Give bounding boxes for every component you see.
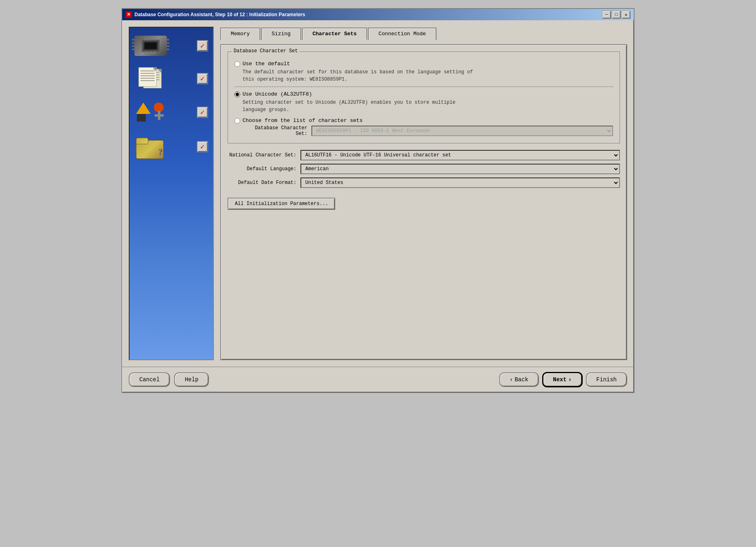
default-language-dropdown[interactable]: American xyxy=(300,164,620,174)
default-language-label: Default Language: xyxy=(228,166,296,172)
separator xyxy=(234,86,613,87)
step1-checkmark: ✓ xyxy=(197,40,208,51)
radio-use-default[interactable] xyxy=(234,61,240,67)
step-shapes: ✓ xyxy=(133,99,210,125)
help-button[interactable]: Help xyxy=(174,372,209,387)
next-arrow-icon: › xyxy=(568,376,571,383)
finish-button[interactable]: Finish xyxy=(586,372,627,387)
radio-default-description: The default character set for this datab… xyxy=(243,68,613,83)
national-charset-label: National Character Set: xyxy=(228,152,296,158)
folder-icon: ? xyxy=(134,135,167,159)
svg-rect-5 xyxy=(151,38,152,40)
radio-unicode-row: Use Unicode (AL32UTF8) xyxy=(234,91,613,97)
radio-choose-label[interactable]: Choose from the list of character sets xyxy=(243,118,362,124)
close-button[interactable]: ✕ xyxy=(622,11,630,19)
radio-unicode-description: Setting character set to Unicode (AL32UT… xyxy=(243,99,613,113)
title-bar-left: M Database Configuration Assistant, Step… xyxy=(126,11,305,18)
shapes-icon xyxy=(134,101,167,123)
next-button[interactable]: Next › xyxy=(542,372,583,387)
window-body: ✓ ✓ xyxy=(122,20,634,367)
radio-choose-row: Choose from the list of character sets xyxy=(234,118,613,124)
cancel-button[interactable]: Cancel xyxy=(129,372,170,387)
charset-field-label: Database Character Set: xyxy=(243,125,307,137)
tab-character-sets[interactable]: Character Sets xyxy=(302,28,367,40)
svg-rect-7 xyxy=(144,51,146,54)
svg-rect-8 xyxy=(147,51,149,54)
chip-icon xyxy=(134,36,167,56)
charset-dropdown[interactable]: WE8ISO8859P1 - ISO 8859-1 West European xyxy=(311,126,613,136)
maximize-button[interactable]: □ xyxy=(612,11,621,19)
default-language-container: American xyxy=(300,164,620,174)
all-init-params-button[interactable]: All Initialization Parameters... xyxy=(228,198,335,210)
back-label: Back xyxy=(515,376,528,383)
national-charset-row: National Character Set: AL16UTF16 - Unic… xyxy=(228,150,620,160)
step3-checkmark: ✓ xyxy=(197,107,208,118)
radio-unicode-label[interactable]: Use Unicode (AL32UTF8) xyxy=(243,91,312,97)
radio-use-unicode[interactable] xyxy=(234,92,240,97)
next-label: Next xyxy=(553,376,567,383)
window-title: Database Configuration Assistant, Step 1… xyxy=(134,12,305,17)
default-date-row: Default Date Format: United States xyxy=(228,177,620,188)
step-chip: ✓ xyxy=(133,34,210,58)
minimize-button[interactable]: ─ xyxy=(602,11,611,19)
bottom-left-buttons: Cancel Help xyxy=(129,372,209,387)
svg-rect-6 xyxy=(154,38,155,40)
default-date-label: Default Date Format: xyxy=(228,180,296,186)
radio-choose-list[interactable] xyxy=(234,118,240,124)
app-icon: M xyxy=(126,11,132,18)
left-panel: ✓ ✓ xyxy=(129,27,214,360)
bottom-bar: Cancel Help ‹ Back Next › Finish xyxy=(122,367,634,392)
charset-dropdown-container: WE8ISO8859P1 - ISO 8859-1 West European xyxy=(311,126,613,136)
tab-connection-mode[interactable]: Connection Mode xyxy=(368,28,437,40)
back-button[interactable]: ‹ Back xyxy=(499,372,539,387)
docs-icon xyxy=(134,67,167,90)
radio-use-default-row: Use the default xyxy=(234,61,613,67)
right-panel: Memory Sizing Character Sets Connection … xyxy=(220,27,627,360)
svg-rect-2 xyxy=(145,43,157,49)
step-folder: ? ✓ xyxy=(133,133,210,160)
svg-rect-3 xyxy=(144,38,146,40)
window-controls: ─ □ ✕ xyxy=(602,11,630,19)
back-arrow-icon: ‹ xyxy=(510,376,513,383)
title-bar: M Database Configuration Assistant, Step… xyxy=(122,9,634,20)
tab-content: Database Character Set Use the default T… xyxy=(220,44,627,360)
tab-sizing[interactable]: Sizing xyxy=(261,28,301,40)
default-date-dropdown[interactable]: United States xyxy=(300,177,620,188)
default-language-row: Default Language: American xyxy=(228,164,620,174)
svg-rect-4 xyxy=(147,38,149,40)
national-charset-container: AL16UTF16 - Unicode UTF-16 Universal cha… xyxy=(300,150,620,160)
radio-use-default-label[interactable]: Use the default xyxy=(243,61,290,67)
svg-rect-9 xyxy=(151,51,152,54)
step-docs: ✓ xyxy=(133,66,210,91)
bottom-right-buttons: ‹ Back Next › Finish xyxy=(499,372,627,387)
step2-checkmark: ✓ xyxy=(197,73,208,84)
charset-dropdown-row: Database Character Set: WE8ISO8859P1 - I… xyxy=(243,125,613,137)
main-window: M Database Configuration Assistant, Step… xyxy=(121,8,635,393)
group-box-title: Database Character Set xyxy=(232,48,299,54)
tabs-row: Memory Sizing Character Sets Connection … xyxy=(220,27,627,39)
tab-memory[interactable]: Memory xyxy=(220,28,260,40)
svg-rect-10 xyxy=(154,51,155,54)
step4-checkmark: ✓ xyxy=(197,141,208,152)
national-charset-dropdown[interactable]: AL16UTF16 - Unicode UTF-16 Universal cha… xyxy=(300,150,620,160)
default-date-container: United States xyxy=(300,177,620,188)
svg-rect-12 xyxy=(155,114,164,117)
database-charset-group: Database Character Set Use the default T… xyxy=(228,51,620,143)
